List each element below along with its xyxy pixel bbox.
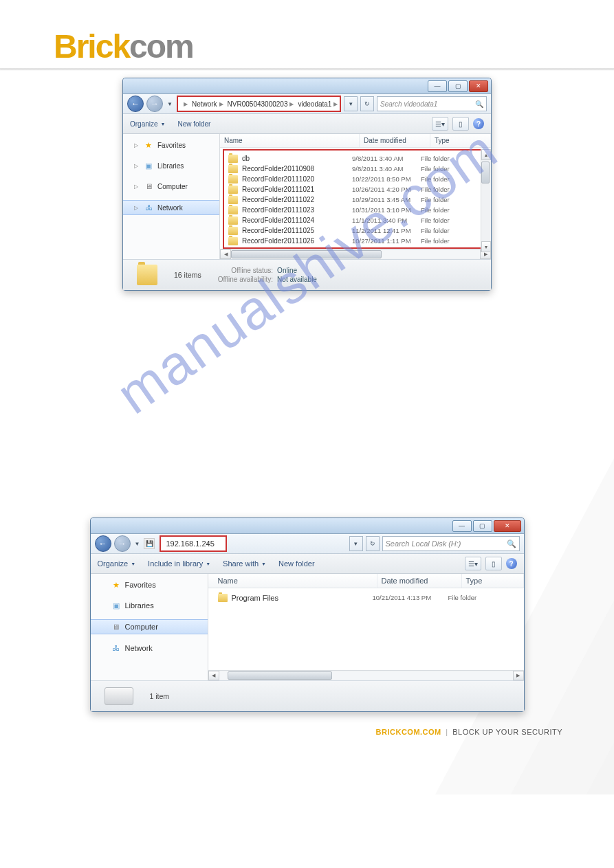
file-type: File folder [421,175,481,183]
sidebar-network[interactable]: 🖧Network [91,641,208,655]
file-name: RecordFolder20111023 [242,206,314,214]
preview-pane-button[interactable]: ▯ [485,557,502,570]
address-dropdown[interactable]: ▾ [344,96,358,111]
back-button[interactable]: ← [127,96,144,112]
address-bar[interactable]: ▶ Network▶ NVR005043000203▶ videodata1▶ [177,96,341,112]
sidebar-computer[interactable]: ▷🖥Computer [123,179,219,193]
sidebar-favorites[interactable]: ★Favorites [91,578,208,592]
file-row[interactable]: RecordFolder2011102411/1/2011 3:40 PMFil… [224,215,485,225]
col-type[interactable]: Type [430,134,491,147]
file-date: 11/2/2011 12:41 PM [352,227,421,234]
maximize-button[interactable]: ▢ [448,80,468,92]
minimize-button[interactable]: — [428,80,447,92]
history-dropdown[interactable]: ▼ [133,541,142,547]
nav-bar: ← → ▼ 💾 192.168.1.245 ▾ ↻ Search Local D… [91,534,524,554]
sidebar-libraries[interactable]: ▷▣Libraries [123,159,219,173]
file-date: 10/26/2011 4:20 PM [352,186,421,193]
folder-icon [228,155,238,163]
help-icon[interactable]: ? [506,558,517,569]
sidebar: ▷★Favorites ▷▣Libraries ▷🖥Computer ▷🖧Net… [123,134,220,259]
forward-button[interactable]: → [146,96,163,112]
column-headers[interactable]: Name Date modified Type [220,134,491,148]
bc-device[interactable]: NVR005043000203▶ [226,97,297,111]
file-type: File folder [421,227,481,234]
file-date: 10/29/2011 3:45 AM [352,196,421,203]
col-date[interactable]: Date modified [360,134,430,147]
file-row[interactable]: RecordFolder2011102110/26/2011 4:20 PMFi… [224,184,485,194]
refresh-button[interactable]: ↻ [360,96,374,111]
status-bar: 1 item [91,680,524,711]
file-date: 10/31/2011 3:10 PM [352,206,421,214]
titlebar[interactable]: — ▢ ✕ [91,518,524,534]
col-name[interactable]: Name [220,134,360,147]
file-type: File folder [448,594,520,601]
folder-icon [137,265,157,285]
file-row[interactable]: RecordFolder2011102511/2/2011 12:41 PMFi… [224,225,485,236]
preview-pane-button[interactable]: ▯ [452,117,469,131]
folder-icon [228,206,238,214]
file-date: 11/1/2011 3:40 PM [352,216,421,224]
highlighted-file-list: db9/8/2011 3:40 AMFile folderRecordFolde… [223,149,487,249]
file-row[interactable]: RecordFolder2011102010/22/2011 8:50 PMFi… [224,174,485,184]
sidebar-favorites[interactable]: ▷★Favorites [123,138,219,152]
folder-icon [218,594,228,602]
organize-button[interactable]: Organize ▼ [98,559,136,568]
status-bar: 16 items Offline status:Online Offline a… [123,259,491,290]
file-row[interactable]: RecordFolder2011102310/31/2011 3:10 PMFi… [224,205,485,215]
col-name[interactable]: Name [208,574,377,588]
sidebar-network[interactable]: ▷🖧Network [123,200,219,215]
page-footer: BRICKCOM.COM | BLOCK UP YOUR SECURITY [376,728,562,736]
close-button[interactable]: ✕ [469,80,488,92]
back-button[interactable]: ← [95,535,111,552]
share-with-button[interactable]: Share with ▼ [223,559,266,568]
bc-network[interactable]: Network▶ [190,97,226,111]
view-button[interactable]: ☰▾ [465,557,481,570]
file-name: RecordFolder20111021 [242,186,314,193]
sidebar-computer[interactable]: 🖥Computer [91,619,208,634]
folder-icon [228,227,238,235]
address-bar[interactable]: 192.168.1.245 [160,535,227,552]
footer-tagline: BLOCK UP YOUR SECURITY [452,728,562,736]
minimize-button[interactable]: — [452,520,472,532]
file-row[interactable]: Program Files10/21/2011 4:13 PMFile fold… [208,592,524,603]
file-row[interactable]: RecordFolder2011102610/27/2011 1:11 PMFi… [224,236,485,246]
file-date: 10/27/2011 1:11 PM [352,237,421,245]
col-date[interactable]: Date modified [377,574,462,588]
file-row[interactable]: RecordFolder2011102210/29/2011 3:45 AMFi… [224,194,485,205]
brand-brick: Brick [54,27,129,65]
folder-icon [228,216,238,225]
horizontal-scrollbar[interactable]: ◀▶ [220,249,491,259]
include-library-button[interactable]: Include in library ▼ [148,559,210,568]
header-divider [0,68,614,69]
search-input[interactable]: Search videodata1🔍 [377,96,487,111]
view-button[interactable]: ☰▾ [432,117,448,131]
nav-bar: ← → ▼ ▶ Network▶ NVR005043000203▶ videod… [123,94,491,114]
vertical-scrollbar[interactable]: ▲▼ [481,149,491,252]
refresh-button[interactable]: ↻ [366,536,380,551]
brand-com: com [129,27,193,65]
file-date: 10/21/2011 4:13 PM [373,594,448,601]
folder-icon [228,196,238,204]
file-row[interactable]: RecordFolder201109089/8/2011 3:40 AMFile… [224,164,485,174]
new-folder-button[interactable]: New folder [278,559,315,568]
search-input[interactable]: Search Local Disk (H:)🔍 [382,536,520,551]
forward-button[interactable]: → [114,535,131,552]
column-headers[interactable]: Name Date modified Type [208,574,524,588]
folder-icon [228,186,238,194]
maximize-button[interactable]: ▢ [473,520,492,532]
titlebar[interactable]: — ▢ ✕ [123,78,491,94]
col-type[interactable]: Type [462,574,524,588]
item-count: 1 item [150,692,170,700]
sidebar-libraries[interactable]: ▣Libraries [91,599,208,612]
close-button[interactable]: ✕ [494,520,521,532]
file-row[interactable]: db9/8/2011 3:40 AMFile folder [224,153,485,164]
new-folder-button[interactable]: New folder [178,120,211,128]
help-icon[interactable]: ? [473,118,484,129]
address-dropdown[interactable]: ▾ [349,536,363,551]
history-dropdown[interactable]: ▼ [166,101,174,107]
bc-folder[interactable]: videodata1▶ [296,97,340,111]
file-type: File folder [421,186,481,193]
horizontal-scrollbar[interactable]: ◀▶ [208,670,524,680]
organize-button[interactable]: Organize ▼ [130,120,166,128]
file-name: RecordFolder20111020 [242,175,314,183]
